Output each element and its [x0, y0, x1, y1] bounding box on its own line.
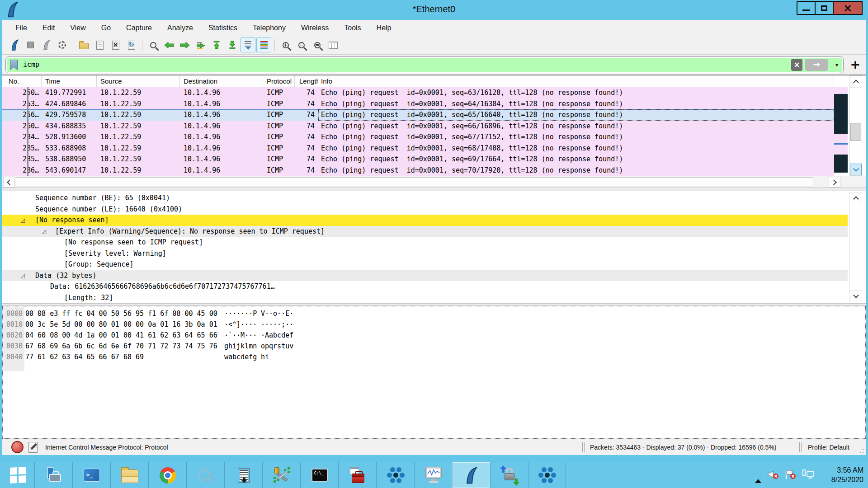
colorize-button[interactable]	[256, 38, 271, 52]
hex-row[interactable]: 000000 08 e3 ff fc 04 00 5056 95 f1 6f 0…	[3, 308, 847, 319]
packet-row[interactable]: 285…538.68895010.1.22.5910.1.4.96ICMP74E…	[2, 154, 834, 165]
scrollbar-thumb[interactable]	[850, 123, 861, 141]
details-scroll-down-button[interactable]	[850, 290, 862, 302]
menu-file[interactable]: File	[8, 20, 35, 36]
taskbar-command-prompt[interactable]: C:\_	[300, 462, 338, 488]
status-profile[interactable]: Profile: Default	[808, 439, 849, 455]
taskbar-app-dots-2[interactable]	[528, 462, 566, 488]
hex-row[interactable]: 003067 68 69 6a 6b 6c 6d 6e6f 70 71 72 7…	[3, 341, 847, 352]
taskbar-clock[interactable]: 3:56 AM 8/25/2020	[831, 465, 863, 484]
go-last-button[interactable]	[225, 38, 240, 52]
action-center-flag-icon[interactable]	[785, 469, 796, 481]
taskbar-settings[interactable]	[186, 462, 224, 488]
menu-wireless[interactable]: Wireless	[293, 20, 336, 36]
menu-analyze[interactable]: Analyze	[160, 20, 201, 36]
menu-statistics[interactable]: Statistics	[201, 20, 245, 36]
open-file-button[interactable]	[76, 38, 91, 52]
window-titlebar[interactable]: *Ethernet0 ×	[0, 0, 868, 20]
go-back-button[interactable]	[161, 38, 176, 52]
column-header-destination[interactable]: Destination	[180, 75, 263, 87]
zoom-original-button[interactable]: =	[310, 38, 325, 52]
filter-dropdown-button[interactable]: ▾	[831, 59, 842, 71]
zoom-in-button[interactable]: +	[278, 38, 293, 52]
scroll-left-button[interactable]	[3, 177, 15, 188]
filter-input[interactable]: icmp	[23, 58, 791, 72]
scroll-up-button[interactable]	[850, 76, 862, 88]
filter-apply-button[interactable]: →	[805, 59, 828, 71]
packet-row[interactable]: 286…543.69014710.1.22.5910.1.4.96ICMP74E…	[2, 165, 834, 176]
go-forward-button[interactable]	[177, 38, 192, 52]
close-file-button[interactable]: ×	[108, 38, 123, 52]
packet-row[interactable]: 256…429.75957810.1.22.5910.1.4.96ICMP74E…	[2, 109, 834, 121]
maximize-button[interactable]	[815, 1, 834, 15]
column-header-no[interactable]: No.	[2, 75, 42, 87]
expander-icon[interactable]: ◿	[42, 226, 46, 237]
details-scroll-up-button[interactable]	[850, 192, 862, 204]
reload-file-button[interactable]: ↻	[124, 38, 139, 52]
detail-line[interactable]: ◿[Expert Info (Warning/Sequence): No res…	[2, 226, 848, 237]
expert-info-button[interactable]	[11, 441, 24, 453]
taskbar-file-explorer[interactable]	[110, 462, 148, 488]
minimize-button[interactable]	[797, 1, 816, 15]
auto-scroll-button[interactable]	[241, 38, 255, 52]
start-capture-button[interactable]	[7, 38, 22, 52]
taskbar-chrome[interactable]	[148, 462, 186, 488]
detail-line[interactable]: Sequence number (LE): 16640 (0x4100)	[2, 204, 848, 215]
packet-row[interactable]: 284…528.91360010.1.22.5910.1.4.96ICMP74E…	[2, 131, 834, 143]
capture-comment-icon[interactable]	[28, 442, 38, 453]
column-header-length[interactable]: Length	[295, 75, 318, 87]
detail-line[interactable]: [No response seen to ICMP request]	[2, 237, 848, 248]
menu-telephony[interactable]: Telephony	[245, 20, 293, 36]
menu-capture[interactable]: Capture	[118, 20, 160, 36]
filter-clear-button[interactable]: ×	[791, 59, 802, 71]
packet-list-scrollbar[interactable]	[849, 75, 862, 176]
find-packet-button[interactable]	[146, 38, 160, 52]
expander-icon[interactable]: ◿	[21, 270, 25, 282]
column-header-time[interactable]: Time	[42, 75, 97, 87]
details-scrollbar[interactable]	[849, 192, 862, 302]
menu-tools[interactable]: Tools	[336, 20, 368, 36]
hidden-icons-icon[interactable]	[755, 471, 761, 479]
column-header-source[interactable]: Source	[97, 75, 180, 87]
detail-line[interactable]: ◿[No response seen]	[2, 215, 848, 226]
detail-line[interactable]: [Group: Sequence]	[2, 259, 848, 270]
restart-capture-button[interactable]	[39, 38, 54, 52]
stop-capture-button[interactable]	[23, 38, 38, 52]
packet-list-minimap[interactable]	[834, 87, 848, 176]
close-button[interactable]: ×	[833, 1, 863, 15]
hex-row[interactable]: 004077 61 62 63 64 65 66 6768 69wabcdefg…	[3, 352, 847, 362]
display-filter-field[interactable]: icmp × → ▾	[6, 57, 843, 73]
detail-line[interactable]: [Severity level: Warning]	[2, 248, 848, 259]
column-header-protocol[interactable]: Protocol	[263, 75, 295, 87]
taskbar-toolbox[interactable]	[338, 462, 376, 488]
resize-grip-icon[interactable]	[859, 449, 864, 453]
packet-row[interactable]: 253…424.68984610.1.22.5910.1.4.96ICMP74E…	[2, 99, 834, 110]
go-first-button[interactable]	[209, 38, 224, 52]
start-button[interactable]	[5, 462, 31, 488]
taskbar-installer-doc[interactable]	[224, 462, 262, 488]
scroll-down-button[interactable]	[850, 164, 862, 175]
horizontal-scrollbar-thumb[interactable]	[16, 177, 813, 187]
taskbar-server-manager[interactable]	[34, 462, 72, 488]
packet-row[interactable]: 260…434.68883510.1.22.5910.1.4.96ICMP74E…	[2, 121, 834, 132]
menu-edit[interactable]: Edit	[35, 20, 63, 36]
taskbar-secure-transfer[interactable]	[490, 462, 528, 488]
packet-row[interactable]: 285…533.68890810.1.22.5910.1.4.96ICMP74E…	[2, 143, 834, 154]
taskbar-admin-tools[interactable]	[262, 462, 300, 488]
hex-row[interactable]: 002004 60 08 00 4d 1a 00 0100 41 61 62 6…	[3, 330, 847, 341]
column-header-info[interactable]: Info	[318, 75, 834, 87]
filter-add-button[interactable]: +	[850, 56, 860, 73]
save-file-button[interactable]	[92, 38, 107, 52]
menu-view[interactable]: View	[62, 20, 93, 36]
taskbar-performance-monitor[interactable]	[414, 462, 452, 488]
menu-help[interactable]: Help	[369, 20, 399, 36]
detail-line[interactable]: [Length: 32]	[2, 292, 848, 304]
detail-line[interactable]: Sequence number (BE): 65 (0x0041)	[2, 192, 848, 204]
filter-bookmark-icon[interactable]	[10, 60, 18, 70]
go-to-packet-button[interactable]	[193, 38, 208, 52]
zoom-out-button[interactable]: −	[294, 38, 309, 52]
menu-go[interactable]: Go	[94, 20, 118, 36]
detail-line[interactable]: Data: 6162636465666768696a6b6c6d6e6f7071…	[2, 281, 848, 292]
packet-list-horizontal-scrollbar[interactable]	[2, 176, 866, 188]
taskbar-powershell[interactable]: >_	[72, 462, 110, 488]
